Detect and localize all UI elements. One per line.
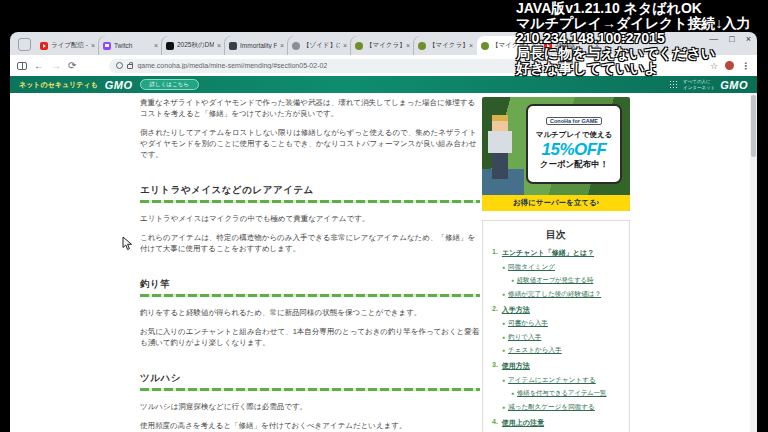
- youtube-favicon: [40, 42, 48, 50]
- toc-link[interactable]: 司書から入手: [508, 319, 548, 328]
- tab-immortality[interactable]: Immortality Fa ×: [225, 36, 288, 55]
- conoha-banner-ad[interactable]: ConoHa for GAME マルチプレイで使える 15%OFF クーポン配布…: [482, 97, 630, 211]
- article-paragraph: エリトラやメイスはマイクラの中でも極めて貴重なアイテムです。: [140, 213, 480, 224]
- minecraft-character: [488, 115, 514, 179]
- ad-cta-button[interactable]: お得にサーバーを立てる›: [482, 195, 630, 211]
- tab-close-icon[interactable]: ×: [343, 42, 347, 49]
- conoha-favicon: [481, 42, 489, 50]
- toc-item[interactable]: 4. 使用上の注意: [492, 418, 620, 428]
- ad-line-1: マルチプレイで使える: [528, 130, 620, 140]
- site-info-icon[interactable]: [116, 62, 123, 69]
- toc-item[interactable]: チェストから入手: [502, 346, 620, 355]
- gmo-bar-right: すべての人に インターネット GMO: [669, 79, 748, 91]
- gmo-logo: GMO: [105, 79, 133, 91]
- toc-item[interactable]: 回復タイミング: [502, 263, 620, 272]
- article-paragraph: 釣りをすると経験値が得られるため、常に新品同様の状態を保つことができます。: [140, 307, 480, 318]
- tab-close-icon[interactable]: ×: [280, 42, 284, 49]
- toc-link[interactable]: 使用上の注意: [502, 418, 544, 428]
- reload-icon[interactable]: ⟳: [68, 61, 76, 71]
- toc-link[interactable]: 釣りで入手: [508, 333, 541, 342]
- tab-minecraft-article-1[interactable]: 【マイクラ】湧き対策 ×: [351, 36, 414, 55]
- toc-link[interactable]: エンチャント「修繕」とは？: [502, 248, 594, 258]
- toc-item[interactable]: 減った耐久ゲージを回復する: [502, 403, 620, 412]
- toc-link[interactable]: 使用方法: [502, 361, 530, 371]
- overlay-server-ip: 210.234.148.100:27015: [516, 31, 751, 46]
- bullet-icon: [511, 389, 514, 398]
- gmo-ad-bar[interactable]: ネットのセキュリティも GMO 詳しくはこちら すべての人に インターネット G…: [10, 76, 757, 93]
- dmm-favicon: [166, 42, 174, 50]
- bullet-icon: [502, 376, 505, 385]
- site-favicon: [229, 42, 237, 50]
- toc-link[interactable]: 入手方法: [502, 305, 530, 315]
- twitch-favicon: [103, 42, 111, 50]
- article-paragraph: 貴重なネザライトやダイヤモンドで作った装備や武器は、壊れて消失してしまった場合に…: [140, 97, 480, 119]
- url-text[interactable]: game.conoha.jp/media/mine-semi/mending/#…: [137, 62, 327, 69]
- green-dashed-divider: [140, 388, 480, 391]
- section-heading: 釣り竿: [140, 278, 480, 289]
- site-favicon: [292, 42, 300, 50]
- tab-close-icon[interactable]: ×: [91, 42, 95, 49]
- conoha-favicon: [355, 42, 363, 50]
- tab-close-icon[interactable]: ×: [217, 42, 221, 49]
- ad-text-box: ConoHa for GAME マルチプレイで使える 15%OFF クーポン配布…: [526, 104, 622, 184]
- tab-title: Twitch: [114, 42, 151, 49]
- tab-youtube-live[interactable]: ライブ配信 - YouT ×: [36, 36, 99, 55]
- gmo-detail-button[interactable]: 詳しくはこちら: [140, 79, 199, 90]
- tab-close-icon[interactable]: ×: [406, 42, 410, 49]
- toc-item[interactable]: 3. 使用方法: [492, 361, 620, 371]
- ad-discount: 15%OFF: [528, 140, 620, 159]
- tab-search-icon[interactable]: [18, 38, 31, 51]
- address-bar[interactable]: game.conoha.jp/media/mine-semi/mending/#…: [109, 59, 551, 73]
- toc-item[interactable]: 司書から入手: [502, 319, 620, 328]
- toc-number: 4.: [492, 418, 498, 428]
- tab-dmm[interactable]: 2025秋のDMM ×: [162, 36, 225, 55]
- browser-window: ライブ配信 - YouT × Twitch × 2025秋のDMM × Immo…: [10, 32, 757, 432]
- toc-link[interactable]: 回復タイミング: [508, 263, 555, 272]
- conoha-favicon: [418, 42, 426, 50]
- toc-item[interactable]: 修繕が完了した後の経験値は？: [502, 290, 620, 299]
- lock-icon[interactable]: [127, 64, 133, 69]
- article-paragraph: ツルハシは洞窟探検などに行く際は必需品です。: [140, 401, 480, 412]
- page-scrollbar[interactable]: [750, 93, 757, 432]
- tab-title: 2025秋のDMM: [177, 41, 214, 50]
- toc-number: 2.: [492, 305, 498, 315]
- tab-close-icon[interactable]: ×: [154, 42, 158, 49]
- gmo-group-logo: GMO: [720, 79, 748, 91]
- toc-link[interactable]: 経験値オーブが発生する時: [517, 276, 593, 285]
- bullet-icon: [511, 276, 514, 285]
- ad-line-2: クーポン配布中！: [528, 159, 620, 171]
- toc-item[interactable]: 修繕を付与できるアイテム一覧: [511, 389, 620, 398]
- toc-item[interactable]: 釣りで入手: [502, 333, 620, 342]
- toc-number: 1.: [492, 248, 498, 258]
- bullet-icon: [502, 333, 505, 342]
- gmo-slogan-line: インターネット: [683, 85, 715, 90]
- toc-item[interactable]: 経験値オーブが発生する時: [511, 276, 620, 285]
- tab-minecraft-article-2[interactable]: 【マイクラ】レールの ×: [414, 36, 477, 55]
- tab-close-icon[interactable]: ×: [469, 42, 473, 49]
- toc-link[interactable]: アイテムにエンチャントする: [508, 376, 596, 385]
- bullet-icon: [502, 346, 505, 355]
- tab-twitch[interactable]: Twitch ×: [99, 36, 162, 55]
- character-face: [492, 121, 508, 131]
- character-legs: [492, 153, 508, 179]
- toc-item[interactable]: 1. エンチャント「修繕」とは？: [492, 248, 620, 258]
- scrollbar-thumb[interactable]: [751, 95, 756, 157]
- toc-link[interactable]: 修繕を付与できるアイテム一覧: [517, 389, 606, 398]
- section-heading: エリトラやメイスなどのレアアイテム: [140, 184, 480, 195]
- article-paragraph: これらのアイテムは、特定の構造物からのみ入手できる非常にレアなアイテムなため、「…: [140, 232, 480, 254]
- article-paragraph: 倒されたりしてアイテムをロストしない限りは修繕しながらずっと使えるので、集めたネ…: [140, 127, 480, 160]
- article-paragraph: お気に入りのエンチャントと組み合わせて、1本自分専用のとっておきの釣り竿を作って…: [140, 326, 480, 348]
- toc-link[interactable]: チェストから入手: [508, 346, 562, 355]
- back-icon[interactable]: ←: [34, 61, 44, 71]
- tab-title: 【マイクラ】湧き対策: [366, 41, 403, 50]
- character-body: [488, 131, 512, 153]
- toc-item[interactable]: アイテムにエンチャントする: [502, 376, 620, 385]
- tab-zoids[interactable]: 【ゾイド】に2動画 ×: [288, 36, 351, 55]
- split-screen-icon[interactable]: [17, 62, 27, 70]
- article-main-column: 貴重なネザライトやダイヤモンドで作った装備や武器は、壊れて消失してしまった場合に…: [140, 97, 480, 432]
- toc-link[interactable]: 減った耐久ゲージを回復する: [508, 403, 595, 412]
- table-of-contents: 目次 1. エンチャント「修繕」とは？ 回復タイミング 経験値オーブが発生する時…: [482, 220, 630, 432]
- toc-item[interactable]: 2. 入手方法: [492, 305, 620, 315]
- gmo-slogan: すべての人に インターネット: [683, 79, 715, 89]
- toc-link[interactable]: 修繕が完了した後の経験値は？: [508, 290, 601, 299]
